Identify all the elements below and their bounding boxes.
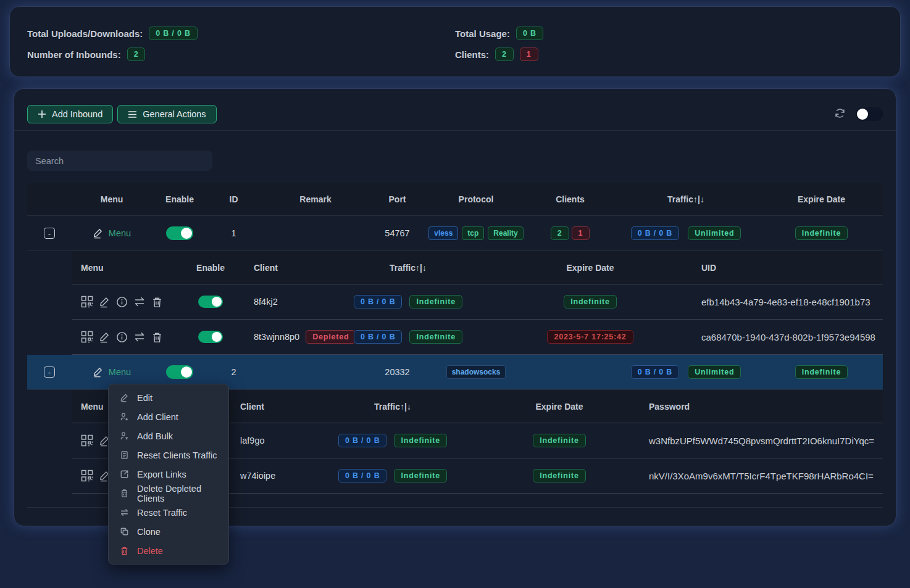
traffic-limit-badge: Indefinite [409,330,462,344]
client-name-wrap: 8t3wjnn8p0 Depleted [238,330,331,344]
traffic-badge: 0 B / 0 B [338,469,387,482]
header-menu: Menu [72,263,183,273]
menu-item-export-links[interactable]: Export Links [109,465,228,484]
header-port: Port [371,194,424,204]
client-row: 8t3wjnn8p0 Depleted 0 B / 0 B Indefinite… [72,320,883,355]
menu-item-add-client[interactable]: Add Client [109,407,228,426]
stats-panel: Total Uploads/Downloads: 0 B / 0 B Total… [9,6,901,77]
inbound-expire: Indefinite [760,365,883,379]
inbound-protocol-tags: vless tcp Reality [424,226,528,240]
add-inbound-button[interactable]: Add Inbound [27,105,113,123]
client-actions [72,296,183,308]
menu-item-label: Reset Clients Traffic [137,450,217,460]
menu-item-delete[interactable]: Delete [109,541,228,560]
header-enable: Enable [183,263,238,273]
edit-pencil-icon [93,366,104,378]
menu-item-label: Delete [137,546,163,556]
add-inbound-label: Add Inbound [52,109,102,119]
inbound-protocol-tags: shadowsocks [424,365,528,379]
clone-icon [120,527,129,536]
client-name: w74ioipe [223,471,315,481]
header-traffic: Traffic↑|↓ [612,194,760,204]
refresh-icon[interactable] [834,107,846,122]
protocol-tag: vless [428,226,458,240]
search-input[interactable] [27,151,212,171]
inbound-clients: 2 1 [528,226,612,240]
enable-toggle[interactable] [166,365,193,379]
export-links-icon [120,470,129,479]
client-password: w3NfbzUPf5WWd745Q8pvsmQrdrttT2IO6knuI7Di… [649,436,883,446]
qr-code-icon[interactable] [81,331,93,343]
menu-item-add-bulk[interactable]: Add Bulk [109,426,228,445]
menu-item-delete-depleted-clients[interactable]: Delete Depleted Clients [109,484,228,503]
edit-pencil-icon [93,228,104,239]
menu-item-label: Reset Traffic [137,508,187,518]
menu-item-label: Add Client [137,412,178,422]
client-expire: Indefinite [470,469,649,482]
traffic-badge: 0 B / 0 B [354,295,403,308]
client-traffic: 0 B / 0 B Indefinite [315,469,470,482]
info-icon[interactable] [116,331,128,343]
delete-icon[interactable] [151,296,163,308]
client-name: laf9go [223,436,315,445]
qr-code-icon[interactable] [81,434,93,447]
menu-item-clone[interactable]: Clone [109,522,228,541]
header-client: Client [223,402,315,412]
traffic-limit-badge: Indefinite [394,469,447,482]
toolbar-divider [14,130,896,131]
header-id: ID [207,194,260,204]
menu-item-edit[interactable]: Edit [109,388,228,407]
client-table-vless: Menu Enable Client Traffic↑|↓ Expire Dat… [72,251,883,355]
client-expire: 2023-5-7 17:25:42 [485,330,695,344]
edit-icon[interactable] [99,296,111,308]
stat-number-of-inbounds: Number of Inbounds: 2 [27,46,455,62]
qr-code-icon[interactable] [81,470,93,482]
collapse-row-button[interactable]: - [44,228,55,239]
row-menu-label: Menu [109,367,131,377]
stat-total-usage: Total Usage: 0 B [455,25,883,41]
traffic-badge: 0 B / 0 B [631,226,680,240]
client-name: 8f4kj2 [238,297,331,307]
delete-icon[interactable] [151,331,163,343]
inbound-context-menu: Edit Add Client Add Bulk Reset Clients T… [108,384,229,565]
reset-traffic-icon[interactable] [133,331,146,343]
menu-item-label: Edit [137,393,152,403]
reset-traffic-icon [120,508,129,517]
search-wrap [27,151,896,171]
header-clients: Clients [528,194,612,204]
row-menu-trigger[interactable]: Menu [93,366,131,378]
clients-active-badge: 2 [551,226,569,240]
client-expire: Indefinite [485,295,695,308]
header-traffic: Traffic↑|↓ [315,402,470,412]
client-uid: ca68470b-1940-437d-802b-1f9573e94598 [695,332,883,342]
menu-item-label: Clone [137,527,161,537]
reset-traffic-icon[interactable] [133,296,146,308]
row-menu-trigger[interactable]: Menu [93,228,131,239]
client-enable-toggle[interactable] [198,296,223,308]
dark-mode-toggle[interactable] [856,107,883,121]
client-enable-toggle[interactable] [198,331,223,343]
traffic-limit-badge: Indefinite [409,295,462,308]
client-password: nkV/I/3XoAm9v6xMT/T5IcrF4TpeTKF98rHARbRo… [649,471,883,481]
clients-depleted-badge: 1 [520,48,538,61]
menu-item-label: Delete Depleted Clients [137,484,228,503]
collapse-row-button[interactable]: - [44,366,55,378]
enable-toggle[interactable] [166,226,193,240]
client-row: 8f4kj2 0 B / 0 B Indefinite Indefinite e… [72,284,883,320]
info-icon[interactable] [116,296,128,308]
general-actions-button[interactable]: General Actions [117,105,216,123]
plus-icon [38,110,46,118]
client-actions [72,331,183,343]
menu-item-reset-traffic[interactable]: Reset Traffic [109,503,228,522]
menu-item-reset-clients-traffic[interactable]: Reset Clients Traffic [109,445,228,465]
header-traffic: Traffic↑|↓ [331,263,485,273]
expire-badge: Indefinite [564,295,617,308]
header-protocol: Protocol [424,194,528,204]
clients-depleted-badge: 1 [572,226,590,240]
edit-icon[interactable] [99,331,111,343]
inbound-table-header: Menu Enable ID Remark Port Protocol Clie… [27,183,883,216]
qr-code-icon[interactable] [81,296,93,308]
inbound-id: 2 [207,367,260,377]
inbound-port: 20332 [371,367,424,377]
delete-depleted-clients-icon [120,489,129,498]
